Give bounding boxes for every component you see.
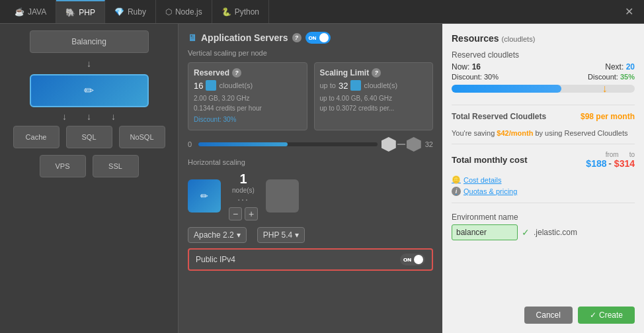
hex-1 xyxy=(382,137,396,152)
app-servers-title: Application Servers xyxy=(201,32,288,43)
slider-min-label: 0 xyxy=(188,140,194,148)
ipv4-row: Public IPv4 ON xyxy=(188,248,433,271)
ssl-label: SSL xyxy=(108,162,122,170)
cloudlet-bar-marker: ↓ xyxy=(602,83,607,95)
hex-2 xyxy=(407,137,421,152)
h-scaling-content: 1 node(s) ··· − + xyxy=(188,171,433,220)
cache-node-button[interactable]: Cache xyxy=(13,126,60,148)
reserved-now-row: Now: 16 Next: 20 xyxy=(452,62,635,71)
tab-ruby[interactable]: 💎 Ruby xyxy=(105,0,156,23)
cache-label: Cache xyxy=(26,133,47,141)
arrows-row: ↓ ↓ ↓ xyxy=(62,111,116,122)
slider-max-label: 32 xyxy=(425,140,433,148)
divider-3 xyxy=(452,203,635,203)
scaling-limit-card: Scaling Limit ? up to 32 cloudlet(s) up … xyxy=(314,62,434,130)
saving-text: You're saving $42/month by using Reserve… xyxy=(452,129,635,137)
toggle-on-label: ON xyxy=(309,35,317,41)
nodejs-icon: ⬡ xyxy=(165,7,172,17)
now-value: 16 xyxy=(472,62,481,71)
reserved-cloudlets-label: Reserved cloudlets xyxy=(452,50,635,60)
cancel-button[interactable]: Cancel xyxy=(524,307,573,324)
server-block[interactable] xyxy=(30,74,149,107)
footer-buttons: Cancel ✓ Create xyxy=(452,307,635,324)
tab-java[interactable]: ☕ JAVA xyxy=(5,0,56,23)
now-label: Now: 16 xyxy=(452,62,481,71)
ssl-node-button[interactable]: SSL xyxy=(93,155,139,177)
reserved-card: Reserved ? 16 cloudlet(s) 2.00 GB, 3.20 … xyxy=(188,62,307,130)
node-count-section: 1 node(s) ··· − + xyxy=(229,171,258,220)
slider-track[interactable] xyxy=(198,142,378,146)
reserved-cloudlets-label: cloudlet(s) xyxy=(219,81,253,89)
node-unit-label: node(s) xyxy=(229,187,258,194)
cloudlet-bar-fill xyxy=(452,85,561,93)
domain-suffix: .jelastic.com xyxy=(534,228,577,237)
discount-now-value: 30% xyxy=(484,73,499,81)
ipv4-label: Public IPv4 xyxy=(196,255,235,264)
saving-text-prefix: You're saving xyxy=(452,129,495,137)
tab-nodejs-label: Node.js xyxy=(175,7,202,17)
scaling-limit-cloudlet-icon xyxy=(350,80,361,91)
toggle-knob xyxy=(319,33,329,42)
quotas-link[interactable]: i Quotas & pricing xyxy=(452,187,635,196)
apache-label: Apache 2.2 xyxy=(194,230,234,240)
slider-hexagons xyxy=(382,137,421,152)
quotas-label: Quotas & pricing xyxy=(463,187,517,195)
apache-dropdown[interactable]: Apache 2.2 ▾ xyxy=(188,227,247,243)
total-reserved-value: $98 per month xyxy=(581,112,635,121)
now-label-text: Now: xyxy=(452,62,469,71)
to-label: to xyxy=(629,151,635,158)
tab-python[interactable]: 🐍 Python xyxy=(212,0,269,23)
sql-label: SQL xyxy=(81,133,96,141)
price-range-display: $188 - $314 xyxy=(586,158,635,169)
java-icon: ☕ xyxy=(15,7,24,17)
reserved-card-title-row: Reserved ? xyxy=(194,68,302,77)
close-button[interactable]: ✕ xyxy=(620,5,639,18)
tab-ruby-label: Ruby xyxy=(128,7,146,17)
saving-value: $42/month xyxy=(497,129,533,137)
tab-java-label: JAVA xyxy=(28,7,46,17)
reserved-info-icon[interactable]: ? xyxy=(232,68,241,77)
plus-button[interactable]: + xyxy=(245,207,258,220)
price-dash: - xyxy=(608,158,614,169)
main-toggle[interactable]: ON xyxy=(305,32,331,44)
tab-nodejs[interactable]: ⬡ Node.js xyxy=(156,0,212,23)
ipv4-toggle[interactable]: ON xyxy=(400,254,425,265)
create-button[interactable]: ✓ Create xyxy=(578,307,635,324)
scaling-limit-cloudlets-num: 32 xyxy=(339,81,348,91)
php-icon: 🐘 xyxy=(65,8,75,17)
tab-python-label: Python xyxy=(235,7,259,17)
discount-next-label: Discount: xyxy=(588,73,618,81)
main-layout: Balancing ↓ ↓ ↓ ↓ Cache SQL NoSQL VPS SS xyxy=(0,24,644,333)
vps-node-button[interactable]: VPS xyxy=(40,155,86,177)
minus-button[interactable]: − xyxy=(229,207,242,220)
scaling-limit-info-icon[interactable]: ? xyxy=(372,68,381,77)
gray-server-box xyxy=(266,179,299,213)
next-label: Next: 20 xyxy=(605,62,635,71)
scaling-detail2: up to 0.3072 credits per... xyxy=(320,103,428,113)
hex-connector xyxy=(397,144,405,145)
saving-suffix: by using Reserved Cloudlets xyxy=(535,129,627,137)
cloudlet-icon xyxy=(206,80,216,91)
tab-php[interactable]: 🐘 PHP xyxy=(56,0,105,23)
nosql-node-button[interactable]: NoSQL xyxy=(119,126,165,148)
dots-separator: ··· xyxy=(229,194,258,205)
nosql-label: NoSQL xyxy=(130,133,153,141)
ruby-icon: 💎 xyxy=(114,7,124,17)
divider-1 xyxy=(452,105,635,105)
left-panel: Balancing ↓ ↓ ↓ ↓ Cache SQL NoSQL VPS SS xyxy=(0,24,179,333)
tab-bar: ☕ JAVA 🐘 PHP 💎 Ruby ⬡ Node.js 🐍 Python ✕ xyxy=(0,0,644,24)
resources-sub: (cloudlets) xyxy=(502,35,536,43)
from-label: from xyxy=(606,151,619,158)
cost-details-link[interactable]: 🪙 Cost details xyxy=(452,175,635,184)
env-name-row: ✓ .jelastic.com xyxy=(452,224,635,240)
php-dropdown[interactable]: PHP 5.4 ▾ xyxy=(257,227,305,243)
scaling-limit-prefix: up to xyxy=(320,81,336,89)
balancing-button[interactable]: Balancing xyxy=(30,30,149,53)
cost-details-label: Cost details xyxy=(463,176,501,184)
sql-node-button[interactable]: SQL xyxy=(66,126,112,148)
node-count-display: 1 node(s) ··· xyxy=(229,171,258,205)
quotas-info-icon: i xyxy=(452,187,461,196)
env-name-input[interactable] xyxy=(452,224,518,240)
app-servers-info-icon[interactable]: ? xyxy=(292,33,302,42)
bottom-bar: Apache 2.2 ▾ PHP 5.4 ▾ xyxy=(188,227,433,243)
